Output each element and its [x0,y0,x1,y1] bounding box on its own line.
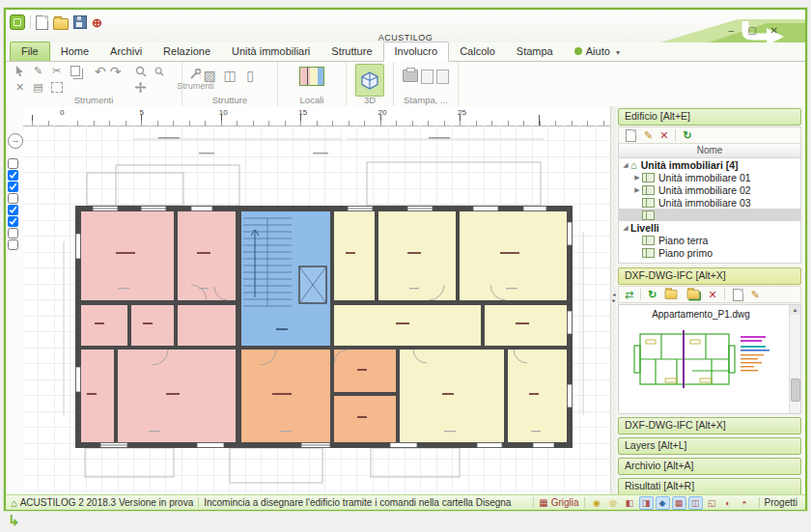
ortho-ruler-icon[interactable]: ◱ [705,496,719,510]
save-file-icon[interactable] [73,15,87,29]
tree-item-livelli[interactable]: ◢Livelli [619,221,800,234]
drawing-canvas[interactable]: 0510152025 [23,106,610,494]
panel-header-archivio[interactable]: Archivio [Alt+A] [618,458,801,475]
panel-header-dxf-active[interactable]: DXF-DWG-IFC [Alt+X] [618,267,801,285]
tree-collapsed-icon[interactable]: ▶ [632,174,642,182]
room-yellow-bagno[interactable] [334,211,375,300]
room-orange-cucina[interactable] [241,350,330,442]
room-yellow-corridoio[interactable] [334,305,481,346]
layers-icon[interactable]: ◫ [688,496,703,510]
dwg-thumbnail[interactable] [632,322,777,400]
grid-toggle[interactable]: ▦ Griglia [539,497,578,508]
close-button[interactable]: ✕ [770,25,778,36]
dwg-file-name[interactable]: Appartamento_P1.dwg [619,309,783,320]
new-file-icon[interactable] [36,15,48,30]
add-dwg-icon[interactable] [687,290,700,299]
room-yellow-soggiorno[interactable] [460,211,567,300]
room-pink-disimpegno[interactable] [131,305,174,346]
refresh-icon[interactable]: ↻ [683,129,691,141]
room-pink-soggiorno[interactable] [118,350,236,442]
floor-plan[interactable] [23,126,610,494]
redo-icon[interactable]: ↷ [110,64,122,78]
tree-collapsed-icon[interactable]: ▶ [632,186,642,194]
object-track-icon[interactable]: ◨ [639,496,654,510]
layer-checkbox-4[interactable] [8,193,18,204]
room-pink-bagno1[interactable] [81,305,127,346]
tree-expanded-icon[interactable]: ◢ [621,161,630,169]
tree-expanded-icon[interactable]: ◢ [621,224,630,232]
tab-relazione[interactable]: Relazione [153,42,221,61]
zoom-icon[interactable] [132,64,149,78]
undo-icon[interactable]: ↶ [95,64,106,78]
edit-dwg-icon[interactable]: ✎ [751,289,760,300]
select-cursor-icon[interactable] [12,64,28,78]
delete-icon[interactable]: ✕ [12,80,28,95]
tree-item-unità-immobiliare-03[interactable]: Unità immobiliare 03 [619,196,800,209]
pan-move-icon[interactable] [132,80,149,95]
layer-checkbox-8[interactable] [8,239,18,250]
panel-header-risultati[interactable]: Risultati [Alt+R] [618,478,801,495]
remove-dwg-icon[interactable]: ✕ [708,289,716,300]
blank-structure-icon[interactable]: ▯ [242,68,259,82]
attach-arrows-icon[interactable]: ⇄ [625,289,633,300]
axis-horizontal-icon[interactable]: ◐ [721,496,736,510]
layer-checkbox-2[interactable] [8,170,18,181]
cut-scissors-icon[interactable]: ✂ [48,64,65,78]
tab-calcolo[interactable]: Calcolo [449,42,506,61]
print-icon[interactable] [403,70,418,82]
tab-aiuto[interactable]: Aiuto ▾ [564,42,630,61]
room-pink-bagno2[interactable] [81,350,114,442]
preview-scrollbar[interactable]: ▲ [789,305,800,413]
hatch-structure-icon[interactable]: ▨ [202,68,218,82]
edit-pencil-icon[interactable]: ✎ [644,129,653,141]
minimize-button[interactable]: – [729,25,735,36]
tab-home[interactable]: Home [50,42,99,61]
tree-item-unità-immobiliare-02[interactable]: ▶Unità immobiliare 02 [619,183,800,196]
cube-3d-icon[interactable] [355,64,384,97]
pin-icon[interactable]: ◆ [656,496,670,510]
tree-column-header[interactable]: Nome [618,144,801,158]
draw-pencil-icon[interactable]: ✎ [30,64,46,78]
tree-item-piano-terra[interactable]: Piano terra [619,234,800,246]
layer-checkbox-5[interactable] [8,205,18,215]
paste-icon[interactable]: ▤ [30,80,46,95]
add-item-icon[interactable] [626,129,636,142]
tab-unità-immobiliari[interactable]: Unità immobiliari [221,42,321,61]
tab-file[interactable]: File [10,42,50,61]
room-orange-bagno2[interactable] [334,396,396,442]
zoom-window-icon[interactable] [151,64,167,78]
tree-item-unità-immobiliari-4-[interactable]: ◢⌂Unità immobiliari [4] [619,158,800,171]
panel-header-layers[interactable]: Layers [Alt+L] [618,437,801,455]
new-dwg-icon[interactable] [733,289,743,301]
locali-plan-icon[interactable] [299,67,324,86]
projects-label[interactable]: Progetti [765,497,797,508]
room-yellow-studio[interactable] [485,305,567,346]
scroll-thumb[interactable] [791,378,800,402]
osnap-lamp-icon[interactable]: ◎ [606,496,621,510]
open-dwg-icon[interactable] [665,290,678,299]
tree-item-empty[interactable] [619,209,800,221]
drawing-surface[interactable] [23,126,610,494]
target-icon[interactable]: ⊕ [92,16,102,29]
selection-box-icon[interactable] [48,80,65,95]
axis-vertical-icon[interactable]: ◓ [738,496,752,510]
panel-header-dxf-dwg-ifc[interactable]: DXF-DWG-IFC [Alt+X] [618,417,801,434]
room-yellow-camera2[interactable] [508,350,567,442]
copy-icon[interactable] [67,64,83,78]
room-pink-camera1[interactable] [81,211,174,300]
scroll-up-icon[interactable]: ▲ [790,305,800,315]
layer-checkbox-6[interactable] [8,216,18,227]
delete-x-icon[interactable]: ✕ [659,129,668,141]
grid-snap-icon[interactable]: ▦ [672,496,686,510]
room-yellow-camera1[interactable] [400,350,504,442]
tab-stampa[interactable]: Stampa [506,42,564,61]
room-pink-camera2[interactable] [178,211,236,300]
tab-strutture[interactable]: Strutture [321,42,382,61]
tree-item-unità-immobiliare-01[interactable]: ▶Unità immobiliare 01 [619,171,800,183]
open-file-icon[interactable] [53,18,69,30]
maximize-button[interactable]: ▢ [747,25,756,36]
tab-archivi[interactable]: Archivi [99,42,153,61]
layer-checkbox-7[interactable] [8,228,18,238]
expand-panel-button[interactable]: → [8,133,23,149]
snap-lamp-icon[interactable]: ◉ [590,496,604,510]
